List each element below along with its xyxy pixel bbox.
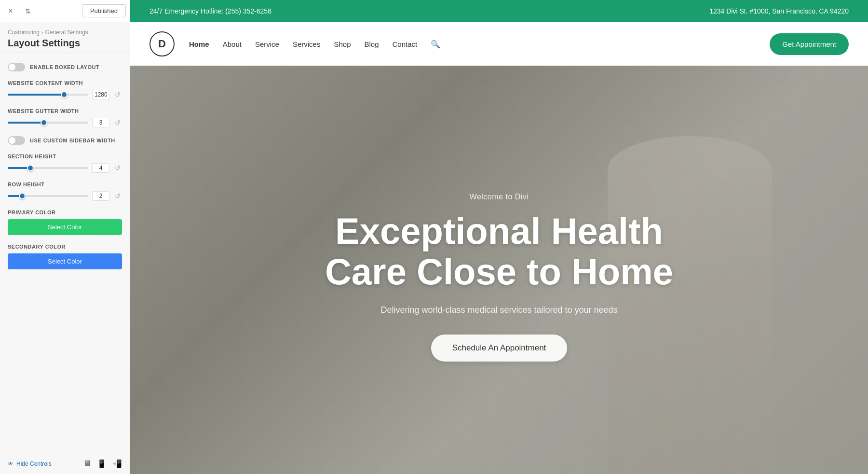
panel-content: ENABLE BOXED LAYOUT WEBSITE CONTENT WIDT… <box>0 53 130 453</box>
hide-controls-label: Hide Controls <box>16 460 52 467</box>
nav-contact[interactable]: Contact <box>393 40 418 48</box>
nav-shop[interactable]: Shop <box>334 40 351 48</box>
gutter-width-label: WEBSITE GUTTER WIDTH <box>8 108 122 114</box>
content-width-reset-icon[interactable]: ↺ <box>113 91 122 98</box>
site-preview: 24/7 Emergency Hotline: (255) 352-6258 1… <box>130 0 868 474</box>
sidebar-width-setting: USE CUSTOM SIDEBAR WIDTH <box>8 136 122 145</box>
secondary-color-setting: SECONDARY COLOR Select Color <box>8 244 122 269</box>
section-height-setting: SECTION HEIGHT ↺ <box>8 153 122 173</box>
eye-icon: 👁 <box>8 460 14 467</box>
nav-home[interactable]: Home <box>189 40 209 48</box>
search-icon[interactable]: 🔍 <box>431 40 440 49</box>
content-width-label: WEBSITE CONTENT WIDTH <box>8 80 122 86</box>
hero-title-line2: Care Close to Home <box>325 251 673 292</box>
hero-description: Delivering world-class medical services … <box>380 305 617 315</box>
nav-service[interactable]: Service <box>255 40 279 48</box>
gutter-width-reset-icon[interactable]: ↺ <box>113 119 122 126</box>
site-hero: Welcome to Divi Exceptional Health Care … <box>130 66 868 474</box>
gutter-width-input[interactable] <box>92 118 109 127</box>
top-bar: × ⇅ Published <box>0 0 130 22</box>
footer-icons: 🖥 📱 📲 <box>83 459 122 468</box>
hero-content: Welcome to Divi Exceptional Health Care … <box>130 66 868 474</box>
sidebar-width-toggle[interactable] <box>8 136 25 145</box>
get-appointment-button[interactable]: Get Appointment <box>770 33 849 55</box>
panel-title: Layout Settings <box>8 38 122 49</box>
tablet-icon[interactable]: 📱 <box>97 459 107 468</box>
row-height-label: ROW HEIGHT <box>8 181 122 187</box>
site-header: D Home About Service Services Shop Blog … <box>130 22 868 66</box>
secondary-color-label: SECONDARY COLOR <box>8 244 122 250</box>
nav-services[interactable]: Services <box>293 40 321 48</box>
site-nav: Home About Service Services Shop Blog Co… <box>189 40 770 49</box>
content-width-input[interactable] <box>92 90 109 99</box>
section-height-label: SECTION HEIGHT <box>8 153 122 159</box>
primary-color-label: PRIMARY COLOR <box>8 209 122 215</box>
site-logo: D <box>149 31 175 56</box>
content-width-setting: WEBSITE CONTENT WIDTH ↺ <box>8 80 122 99</box>
gutter-width-slider[interactable] <box>8 122 88 124</box>
section-height-slider[interactable] <box>8 167 88 169</box>
breadcrumb-current: General Settings <box>45 29 88 36</box>
site-hotline: 24/7 Emergency Hotline: (255) 352-6258 <box>149 7 271 15</box>
nav-blog[interactable]: Blog <box>365 40 379 48</box>
sidebar-width-label: USE CUSTOM SIDEBAR WIDTH <box>30 138 115 143</box>
published-button[interactable]: Published <box>82 4 126 17</box>
hero-subtitle: Welcome to Divi <box>470 193 529 201</box>
breadcrumb-area: Customizing › General Settings Layout Se… <box>0 22 130 53</box>
row-height-input[interactable] <box>92 191 109 201</box>
site-address: 1234 Divi St. #1000, San Francisco, CA 9… <box>709 7 849 15</box>
customizer-panel: × ⇅ Published Customizing › General Sett… <box>0 0 130 474</box>
section-height-reset-icon[interactable]: ↺ <box>113 164 122 172</box>
breadcrumb: Customizing › General Settings <box>8 29 122 36</box>
boxed-layout-setting: ENABLE BOXED LAYOUT <box>8 63 122 71</box>
boxed-layout-label: ENABLE BOXED LAYOUT <box>30 64 99 70</box>
boxed-layout-toggle[interactable] <box>8 63 25 71</box>
close-icon[interactable]: × <box>4 4 17 18</box>
mobile-icon[interactable]: 📲 <box>112 459 122 468</box>
hero-title-line1: Exceptional Health <box>335 210 663 251</box>
row-height-setting: ROW HEIGHT ↺ <box>8 181 122 201</box>
breadcrumb-parent[interactable]: Customizing <box>8 29 40 36</box>
gutter-width-setting: WEBSITE GUTTER WIDTH ↺ <box>8 108 122 127</box>
desktop-icon[interactable]: 🖥 <box>83 459 91 468</box>
row-height-reset-icon[interactable]: ↺ <box>113 192 122 200</box>
nav-about[interactable]: About <box>223 40 242 48</box>
hero-title: Exceptional Health Care Close to Home <box>325 211 673 292</box>
hide-controls-button[interactable]: 👁 Hide Controls <box>8 460 52 467</box>
hero-cta-button[interactable]: Schedule An Appointment <box>431 335 568 362</box>
primary-color-setting: PRIMARY COLOR Select Color <box>8 209 122 235</box>
content-width-slider[interactable] <box>8 94 88 96</box>
section-height-input[interactable] <box>92 163 109 173</box>
primary-color-button[interactable]: Select Color <box>8 219 122 235</box>
breadcrumb-separator: › <box>41 30 43 35</box>
site-topbar: 24/7 Emergency Hotline: (255) 352-6258 1… <box>130 0 868 22</box>
secondary-color-button[interactable]: Select Color <box>8 253 122 269</box>
swap-icon[interactable]: ⇅ <box>21 4 35 18</box>
panel-footer: 👁 Hide Controls 🖥 📱 📲 <box>0 453 130 474</box>
row-height-slider[interactable] <box>8 195 88 197</box>
